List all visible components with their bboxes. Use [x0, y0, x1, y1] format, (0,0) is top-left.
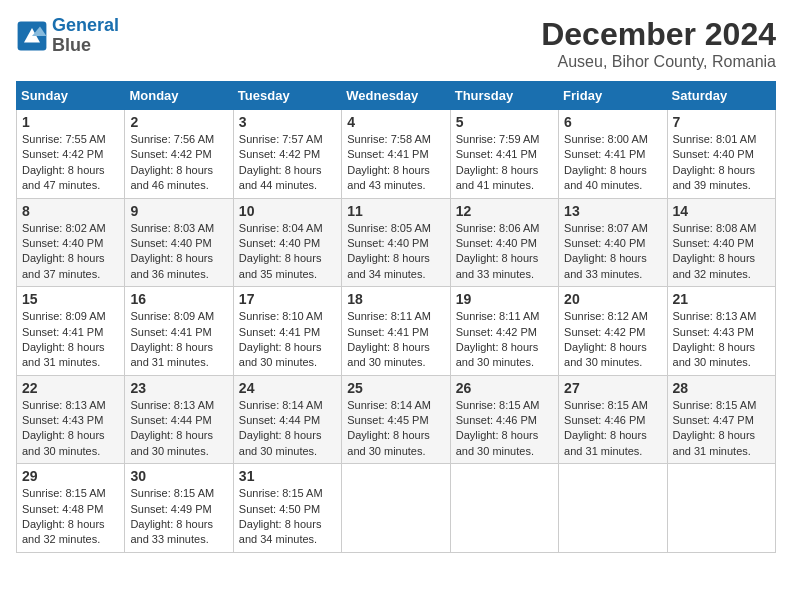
day-number: 18 — [347, 291, 444, 307]
calendar-week-row: 29 Sunrise: 8:15 AM Sunset: 4:48 PM Dayl… — [17, 464, 776, 553]
day-info: Sunrise: 8:15 AM Sunset: 4:47 PM Dayligh… — [673, 398, 770, 460]
day-info: Sunrise: 8:08 AM Sunset: 4:40 PM Dayligh… — [673, 221, 770, 283]
sunrise-text: Sunrise: 7:55 AM — [22, 133, 106, 145]
calendar-week-row: 8 Sunrise: 8:02 AM Sunset: 4:40 PM Dayli… — [17, 198, 776, 287]
sunrise-text: Sunrise: 8:14 AM — [239, 399, 323, 411]
daylight-text: Daylight: 8 hours and 36 minutes. — [130, 252, 213, 279]
sunrise-text: Sunrise: 8:15 AM — [22, 487, 106, 499]
sunrise-text: Sunrise: 8:06 AM — [456, 222, 540, 234]
day-cell: 11 Sunrise: 8:05 AM Sunset: 4:40 PM Dayl… — [342, 198, 450, 287]
day-number: 15 — [22, 291, 119, 307]
day-number: 2 — [130, 114, 227, 130]
sunrise-text: Sunrise: 8:03 AM — [130, 222, 214, 234]
daylight-text: Daylight: 8 hours and 34 minutes. — [239, 518, 322, 545]
day-number: 3 — [239, 114, 336, 130]
day-cell: 28 Sunrise: 8:15 AM Sunset: 4:47 PM Dayl… — [667, 375, 775, 464]
daylight-text: Daylight: 8 hours and 44 minutes. — [239, 164, 322, 191]
daylight-text: Daylight: 8 hours and 32 minutes. — [673, 252, 756, 279]
day-number: 24 — [239, 380, 336, 396]
day-number: 22 — [22, 380, 119, 396]
sunrise-text: Sunrise: 8:01 AM — [673, 133, 757, 145]
day-number: 1 — [22, 114, 119, 130]
day-info: Sunrise: 8:04 AM Sunset: 4:40 PM Dayligh… — [239, 221, 336, 283]
sunrise-text: Sunrise: 8:05 AM — [347, 222, 431, 234]
day-info: Sunrise: 8:15 AM Sunset: 4:48 PM Dayligh… — [22, 486, 119, 548]
day-number: 25 — [347, 380, 444, 396]
day-info: Sunrise: 7:58 AM Sunset: 4:41 PM Dayligh… — [347, 132, 444, 194]
sunset-text: Sunset: 4:42 PM — [456, 326, 537, 338]
sunrise-text: Sunrise: 8:15 AM — [673, 399, 757, 411]
sunrise-text: Sunrise: 8:14 AM — [347, 399, 431, 411]
daylight-text: Daylight: 8 hours and 31 minutes. — [564, 429, 647, 456]
logo: GeneralBlue — [16, 16, 119, 56]
day-cell: 17 Sunrise: 8:10 AM Sunset: 4:41 PM Dayl… — [233, 287, 341, 376]
daylight-text: Daylight: 8 hours and 30 minutes. — [347, 341, 430, 368]
day-number: 27 — [564, 380, 661, 396]
sunrise-text: Sunrise: 8:02 AM — [22, 222, 106, 234]
day-cell: 27 Sunrise: 8:15 AM Sunset: 4:46 PM Dayl… — [559, 375, 667, 464]
day-cell: 30 Sunrise: 8:15 AM Sunset: 4:49 PM Dayl… — [125, 464, 233, 553]
day-cell: 21 Sunrise: 8:13 AM Sunset: 4:43 PM Dayl… — [667, 287, 775, 376]
day-cell: 19 Sunrise: 8:11 AM Sunset: 4:42 PM Dayl… — [450, 287, 558, 376]
calendar-week-row: 1 Sunrise: 7:55 AM Sunset: 4:42 PM Dayli… — [17, 110, 776, 199]
day-info: Sunrise: 8:14 AM Sunset: 4:44 PM Dayligh… — [239, 398, 336, 460]
day-info: Sunrise: 7:59 AM Sunset: 4:41 PM Dayligh… — [456, 132, 553, 194]
daylight-text: Daylight: 8 hours and 31 minutes. — [130, 341, 213, 368]
sunset-text: Sunset: 4:41 PM — [22, 326, 103, 338]
sunrise-text: Sunrise: 8:09 AM — [130, 310, 214, 322]
logo-icon — [16, 20, 48, 52]
sunset-text: Sunset: 4:47 PM — [673, 414, 754, 426]
daylight-text: Daylight: 8 hours and 43 minutes. — [347, 164, 430, 191]
page-header: GeneralBlue December 2024 Auseu, Bihor C… — [16, 16, 776, 71]
calendar-table: SundayMondayTuesdayWednesdayThursdayFrid… — [16, 81, 776, 553]
daylight-text: Daylight: 8 hours and 30 minutes. — [564, 341, 647, 368]
weekday-header: Sunday — [17, 82, 125, 110]
day-info: Sunrise: 7:56 AM Sunset: 4:42 PM Dayligh… — [130, 132, 227, 194]
sunrise-text: Sunrise: 8:09 AM — [22, 310, 106, 322]
daylight-text: Daylight: 8 hours and 35 minutes. — [239, 252, 322, 279]
daylight-text: Daylight: 8 hours and 33 minutes. — [456, 252, 539, 279]
day-info: Sunrise: 8:15 AM Sunset: 4:50 PM Dayligh… — [239, 486, 336, 548]
sunset-text: Sunset: 4:41 PM — [239, 326, 320, 338]
day-cell: 6 Sunrise: 8:00 AM Sunset: 4:41 PM Dayli… — [559, 110, 667, 199]
day-number: 12 — [456, 203, 553, 219]
sunset-text: Sunset: 4:45 PM — [347, 414, 428, 426]
day-cell: 8 Sunrise: 8:02 AM Sunset: 4:40 PM Dayli… — [17, 198, 125, 287]
sunrise-text: Sunrise: 8:15 AM — [130, 487, 214, 499]
sunrise-text: Sunrise: 8:12 AM — [564, 310, 648, 322]
day-info: Sunrise: 8:13 AM Sunset: 4:44 PM Dayligh… — [130, 398, 227, 460]
sunset-text: Sunset: 4:46 PM — [456, 414, 537, 426]
day-info: Sunrise: 7:55 AM Sunset: 4:42 PM Dayligh… — [22, 132, 119, 194]
daylight-text: Daylight: 8 hours and 37 minutes. — [22, 252, 105, 279]
sunset-text: Sunset: 4:43 PM — [673, 326, 754, 338]
daylight-text: Daylight: 8 hours and 30 minutes. — [239, 429, 322, 456]
page-title: December 2024 — [541, 16, 776, 53]
weekday-header: Wednesday — [342, 82, 450, 110]
day-info: Sunrise: 8:15 AM Sunset: 4:46 PM Dayligh… — [564, 398, 661, 460]
day-cell: 9 Sunrise: 8:03 AM Sunset: 4:40 PM Dayli… — [125, 198, 233, 287]
weekday-header: Thursday — [450, 82, 558, 110]
daylight-text: Daylight: 8 hours and 30 minutes. — [130, 429, 213, 456]
day-cell: 7 Sunrise: 8:01 AM Sunset: 4:40 PM Dayli… — [667, 110, 775, 199]
sunset-text: Sunset: 4:50 PM — [239, 503, 320, 515]
day-number: 13 — [564, 203, 661, 219]
sunrise-text: Sunrise: 8:11 AM — [456, 310, 540, 322]
day-cell: 5 Sunrise: 7:59 AM Sunset: 4:41 PM Dayli… — [450, 110, 558, 199]
day-info: Sunrise: 8:11 AM Sunset: 4:41 PM Dayligh… — [347, 309, 444, 371]
day-cell: 31 Sunrise: 8:15 AM Sunset: 4:50 PM Dayl… — [233, 464, 341, 553]
day-number: 30 — [130, 468, 227, 484]
sunrise-text: Sunrise: 7:56 AM — [130, 133, 214, 145]
day-number: 7 — [673, 114, 770, 130]
day-number: 20 — [564, 291, 661, 307]
calendar-week-row: 22 Sunrise: 8:13 AM Sunset: 4:43 PM Dayl… — [17, 375, 776, 464]
day-info: Sunrise: 8:06 AM Sunset: 4:40 PM Dayligh… — [456, 221, 553, 283]
day-cell: 15 Sunrise: 8:09 AM Sunset: 4:41 PM Dayl… — [17, 287, 125, 376]
sunrise-text: Sunrise: 8:10 AM — [239, 310, 323, 322]
day-info: Sunrise: 8:01 AM Sunset: 4:40 PM Dayligh… — [673, 132, 770, 194]
sunset-text: Sunset: 4:42 PM — [564, 326, 645, 338]
title-block: December 2024 Auseu, Bihor County, Roman… — [541, 16, 776, 71]
day-cell: 26 Sunrise: 8:15 AM Sunset: 4:46 PM Dayl… — [450, 375, 558, 464]
day-number: 8 — [22, 203, 119, 219]
daylight-text: Daylight: 8 hours and 31 minutes. — [22, 341, 105, 368]
day-number: 29 — [22, 468, 119, 484]
